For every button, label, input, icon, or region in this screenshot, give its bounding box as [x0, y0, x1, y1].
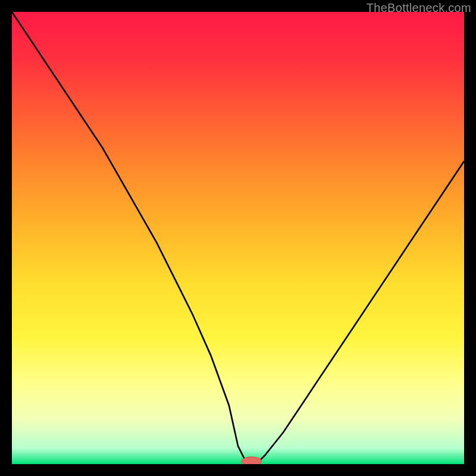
bottleneck-chart	[12, 12, 464, 464]
optimal-point-marker	[242, 457, 261, 464]
plot-area	[12, 12, 464, 464]
watermark-text: TheBottleneck.com	[367, 1, 471, 15]
chart-frame: TheBottleneck.com	[0, 0, 476, 476]
gradient-background	[12, 12, 464, 464]
